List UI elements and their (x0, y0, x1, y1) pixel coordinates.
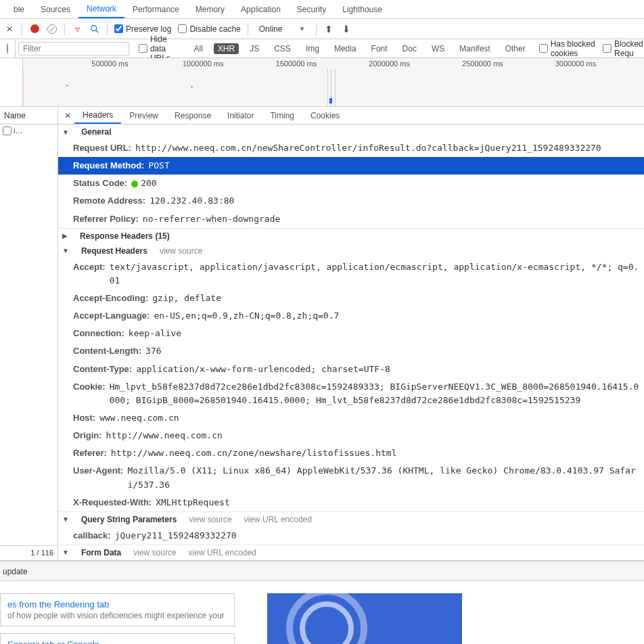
chevron-down-icon: ▼ (298, 25, 305, 32)
timeline-tick: 1500000 ms (276, 60, 317, 68)
type-doc[interactable]: Doc (398, 43, 421, 54)
type-other[interactable]: Other (501, 43, 530, 54)
filter-input[interactable] (18, 42, 129, 55)
view-url-encoded-link[interactable]: view URL encoded (244, 515, 312, 524)
request-method[interactable]: Request Method:POST (58, 157, 644, 175)
hdr-accept-language: Accept-Language:en-US,en;q=0.9,zh-CN;q=0… (58, 307, 644, 325)
section-response-headers[interactable]: ▶Response Headers (15) (58, 228, 644, 244)
request-list: Name i… 1 / 116 (0, 107, 58, 560)
view-source-link[interactable]: view source (160, 246, 202, 256)
section-form-data[interactable]: ▼Form Dataview sourceview URL encoded (58, 545, 644, 560)
type-all[interactable]: All (190, 43, 207, 54)
type-manifest[interactable]: Manifest (455, 43, 494, 54)
tab-performance[interactable]: Performance (124, 1, 187, 18)
query-callback: callback:jQuery211_1592489332270 (58, 527, 644, 545)
request-count: 1 / 116 (0, 545, 58, 560)
status-code: Status Code:200 (58, 175, 644, 192)
timeline-tick: 2000000 ms (369, 60, 410, 68)
tab-security[interactable]: Security (289, 1, 334, 18)
timeline-tick: 500000 ms (91, 60, 128, 68)
hdr-accept: Accept:text/javascript, application/java… (58, 258, 644, 290)
upload-icon[interactable]: ⬆ (323, 24, 334, 34)
divider (316, 23, 317, 35)
remote-address: Remote Address:120.232.40.83:80 (58, 192, 644, 210)
card-title: Sensors tab or Console (7, 639, 227, 644)
request-details: Name i… 1 / 116 ✕ Headers Preview Respon… (0, 107, 644, 561)
request-row[interactable]: i… (0, 124, 58, 137)
blocked-cookies-checkbox[interactable]: Has blocked cookies (539, 39, 596, 58)
timeline-tick: 3000000 ms (555, 60, 597, 68)
clear-filter-icon[interactable] (7, 44, 8, 53)
tab-headers[interactable]: Headers (74, 108, 121, 124)
record-icon[interactable] (29, 24, 40, 34)
referrer-policy: Referrer Policy:no-referrer-when-downgra… (58, 210, 644, 228)
card-subtitle: of how people with vision deficiencies m… (7, 611, 227, 620)
type-img[interactable]: Img (302, 43, 323, 54)
tab-preview[interactable]: Preview (121, 108, 166, 123)
throttling-select[interactable]: Online▼ (255, 24, 310, 34)
tab-response[interactable]: Response (166, 108, 219, 123)
tab-application[interactable]: Application (233, 1, 289, 18)
hdr-cookie: Cookie:Hm_lpvt_b58fe8237d8d72ce286e1dbd2… (58, 378, 644, 409)
tab-ble[interactable]: ble (5, 1, 32, 18)
filter-bar: Hide data URLs All XHR JS CSS Img Media … (0, 39, 644, 58)
whats-new-header: update (0, 561, 644, 581)
status-dot-icon (131, 181, 138, 187)
divider (64, 23, 65, 35)
search-icon[interactable] (89, 24, 100, 34)
svg-point-0 (91, 25, 97, 30)
preserve-log-checkbox[interactable]: Preserve log (114, 24, 171, 34)
hdr-user-agent: User-Agent:Mozilla/5.0 (X11; Linux x86_6… (58, 462, 644, 493)
view-url-encoded-link[interactable]: view URL encoded (189, 548, 256, 557)
type-font[interactable]: Font (367, 43, 392, 54)
divider (248, 23, 248, 35)
tab-cookies[interactable]: Cookies (302, 108, 348, 123)
whats-new-card[interactable]: Sensors tab or Console you to change the… (0, 633, 235, 644)
disable-cache-checkbox[interactable]: Disable cache (178, 24, 240, 34)
hdr-host: Host:www.neeq.com.cn (58, 409, 644, 427)
timeline-tick: 2500000 ms (462, 60, 503, 68)
clear-icon[interactable] (47, 24, 58, 34)
view-source-link[interactable]: view source (189, 515, 231, 524)
close-icon[interactable]: ✕ (4, 24, 15, 34)
hdr-origin: Origin:http://www.neeq.com.cn (58, 427, 644, 444)
hdr-content-type: Content-Type:application/x-www-form-urle… (58, 361, 644, 378)
hdr-referer: Referer:http://www.neeq.com.cn/zone/news… (58, 444, 644, 462)
tab-timing[interactable]: Timing (262, 108, 302, 123)
hdr-content-length: Content-Length:376 (58, 342, 644, 360)
type-css[interactable]: CSS (270, 43, 295, 54)
type-filters: All XHR JS CSS Img Media Font Doc WS Man… (190, 43, 530, 54)
hdr-connection: Connection:keep-alive (58, 325, 644, 342)
main-panel-tabs: ble Sources Network Performance Memory A… (0, 0, 644, 19)
type-media[interactable]: Media (330, 43, 361, 54)
tab-sources[interactable]: Sources (32, 1, 78, 18)
section-request-headers[interactable]: ▼Request Headersview source (58, 244, 644, 258)
view-source-link[interactable]: view source (133, 548, 176, 557)
type-ws[interactable]: WS (428, 43, 448, 54)
blocked-requests-checkbox[interactable]: Blocked Requ (603, 39, 644, 58)
section-general[interactable]: ▼General (58, 124, 644, 139)
timeline-overview[interactable]: 500000 ms 1000000 ms 1500000 ms 2000000 … (0, 58, 644, 107)
tab-memory[interactable]: Memory (187, 1, 233, 18)
card-title: es from the Rendering tab (7, 599, 227, 610)
whats-new-panel: es from the Rendering tab of how people … (0, 581, 644, 644)
filter-icon[interactable]: ▿ (72, 24, 83, 34)
name-header[interactable]: Name (0, 107, 58, 124)
network-toolbar: ✕ ▿ Preserve log Disable cache Online▼ ⬆… (0, 19, 644, 39)
hdr-accept-encoding: Accept-Encoding:gzip, deflate (58, 290, 644, 307)
hdr-x-requested-with: X-Requested-With:XMLHttpRequest (58, 494, 644, 511)
type-xhr[interactable]: XHR (214, 43, 239, 54)
type-js[interactable]: JS (246, 43, 263, 54)
whats-new-card[interactable]: es from the Rendering tab of how people … (0, 593, 235, 626)
tab-initiator[interactable]: Initiator (219, 108, 262, 123)
tab-lighthouse[interactable]: Lighthouse (334, 1, 390, 18)
download-icon[interactable]: ⬇ (341, 24, 352, 34)
video-thumbnail[interactable]: new (267, 593, 462, 644)
request-url: Request URL:http://www.neeq.com.cn/newSh… (58, 139, 644, 157)
section-query-params[interactable]: ▼Query String Parametersview sourceview … (58, 511, 644, 527)
close-details-icon[interactable]: ✕ (61, 111, 74, 120)
divider (107, 23, 108, 35)
tab-network[interactable]: Network (78, 1, 124, 18)
divider (22, 23, 22, 35)
svg-line-1 (96, 30, 99, 32)
